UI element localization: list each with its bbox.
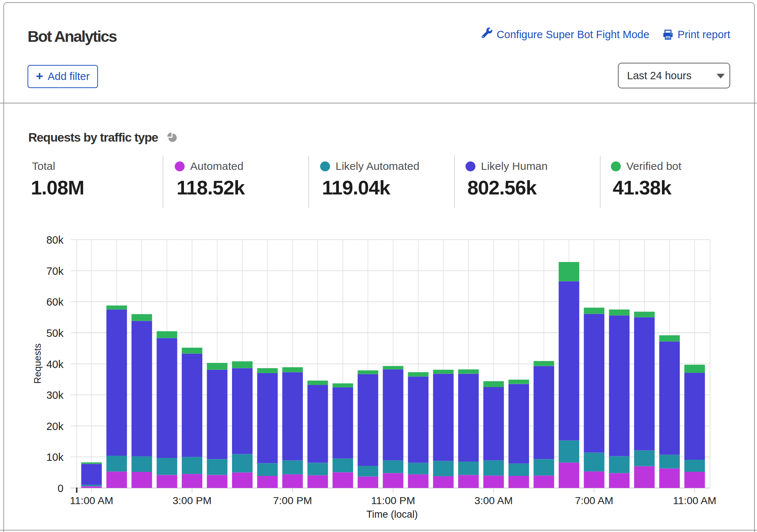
svg-text:50k: 50k [46, 327, 64, 339]
svg-text:40k: 40k [46, 358, 64, 370]
svg-text:3:00 PM: 3:00 PM [173, 495, 211, 506]
svg-text:11:00 AM: 11:00 AM [673, 495, 716, 506]
svg-text:10k: 10k [46, 451, 64, 463]
svg-text:Time (local): Time (local) [366, 509, 418, 520]
svg-text:7:00 AM: 7:00 AM [575, 495, 613, 506]
svg-text:70k: 70k [46, 265, 64, 277]
svg-text:30k: 30k [46, 389, 64, 401]
svg-text:7:00 PM: 7:00 PM [273, 495, 312, 506]
svg-text:11:00 PM: 11:00 PM [371, 495, 415, 506]
svg-text:60k: 60k [46, 296, 64, 308]
svg-text:Requests: Requests [32, 343, 43, 384]
svg-text:0: 0 [58, 482, 64, 494]
svg-text:80k: 80k [46, 234, 64, 246]
svg-text:20k: 20k [46, 420, 64, 432]
svg-text:3:00 AM: 3:00 AM [474, 495, 513, 506]
svg-text:11:00 AM: 11:00 AM [70, 495, 113, 506]
